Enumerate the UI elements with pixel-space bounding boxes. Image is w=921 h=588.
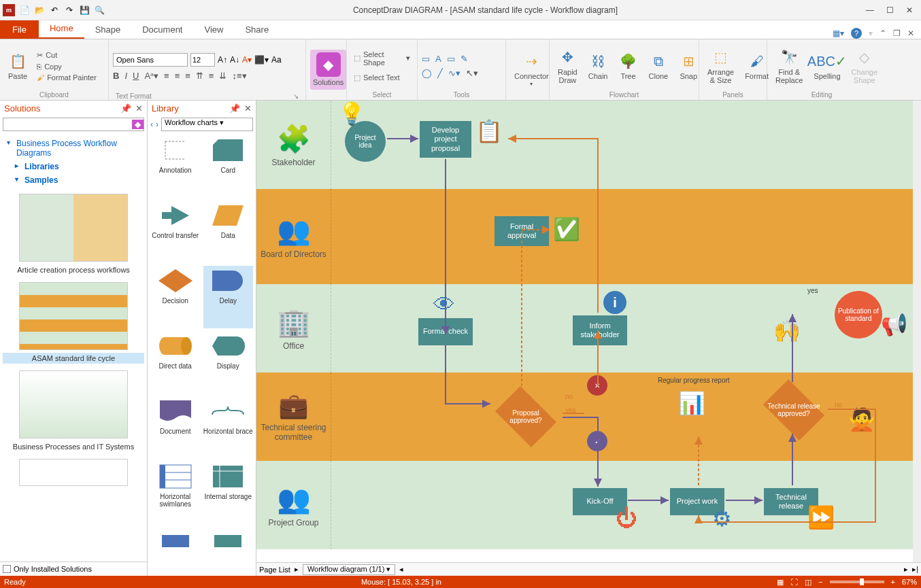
tab-home[interactable]: Home (39, 19, 84, 39)
font-color-icon[interactable]: A▾ (242, 55, 252, 65)
zoom-in-icon[interactable]: + (891, 578, 895, 586)
cut-button[interactable]: ✂Cut (34, 50, 99, 60)
close-doc-icon[interactable]: ✕ (907, 29, 914, 38)
sample-more[interactable] (3, 459, 144, 486)
tree-business-process[interactable]: Business Process Workflow Diagrams (7, 137, 140, 160)
find-replace-button[interactable]: 🔭Find & Replace (771, 46, 807, 86)
lib-more2[interactable] (203, 534, 254, 573)
valign-bot-icon[interactable]: ⇊ (219, 71, 227, 81)
font-size-select[interactable] (190, 53, 215, 67)
sample-article-creation[interactable]: Article creation process workflows (3, 194, 144, 275)
callout-tool-icon[interactable]: ▭ (447, 54, 455, 64)
copy-button[interactable]: ⎘Copy (34, 62, 99, 71)
lib-control[interactable]: Control transfer (150, 201, 201, 263)
node-publication[interactable]: Publication of standard (835, 291, 882, 339)
tree-button[interactable]: 🌳Tree (615, 50, 642, 82)
node-proposal-approved[interactable]: Proposal approved? (492, 393, 560, 440)
library-select[interactable]: Workflow charts ▾ (161, 118, 253, 131)
node-trel-approved[interactable]: Technical release approved? (760, 386, 828, 434)
node-formal-check[interactable]: Formal check (418, 318, 473, 345)
zoom-slider[interactable] (830, 581, 884, 583)
highlight-icon[interactable]: ⬛▾ (254, 55, 269, 65)
help-icon[interactable]: ? (851, 28, 862, 39)
only-installed-checkbox[interactable] (3, 565, 11, 573)
connector-button[interactable]: ⇢Connector▾ (510, 50, 553, 89)
spacing-icon[interactable]: ↕≡▾ (232, 71, 246, 81)
align-center-icon[interactable]: ≡ (175, 71, 180, 81)
change-shape-button[interactable]: ◇Change Shape (848, 46, 882, 86)
maximize-button[interactable]: ☐ (886, 5, 894, 15)
panels-icon[interactable]: ▦▾ (833, 29, 844, 38)
node-formal-approval[interactable]: Formal approval (495, 216, 549, 246)
tab-view[interactable]: View (193, 20, 234, 39)
curve-tool-icon[interactable]: ∿▾ (448, 68, 460, 78)
lib-hbrace[interactable]: Horizontal brace (203, 396, 254, 459)
fit-icon[interactable]: ⛶ (790, 578, 798, 586)
lib-prev-icon[interactable]: ‹ (150, 120, 153, 129)
tree-samples[interactable]: Samples (15, 173, 140, 187)
font-select[interactable] (113, 53, 188, 67)
tree-libraries[interactable]: Libraries (15, 160, 140, 173)
rapid-draw-button[interactable]: ✥Rapid Draw (554, 46, 582, 86)
diagram-canvas[interactable]: 🧩Stakeholder Project idea 💡 Develop proj… (256, 101, 921, 562)
snap-button[interactable]: ⊞Snap (675, 50, 702, 82)
lib-hswim[interactable]: Horizontal swimlanes (150, 462, 201, 532)
zoom-level[interactable]: 67% (902, 578, 917, 586)
rect-tool-icon[interactable]: ▭ (422, 54, 430, 64)
preview-icon[interactable]: 🔍 (94, 5, 105, 16)
collapse-ribbon-icon[interactable]: ⌃ (880, 29, 886, 38)
text-tool-icon[interactable]: A (435, 54, 441, 64)
lib-display[interactable]: Display (203, 331, 254, 394)
close-panel-icon[interactable]: ✕ (244, 103, 252, 114)
tab-shape[interactable]: Shape (84, 20, 132, 39)
select-text-button[interactable]: ⬚Select Text (351, 73, 413, 83)
tab-share[interactable]: Share (234, 20, 280, 39)
dialog-launcher-icon[interactable]: ↘ (293, 92, 299, 100)
lib-direct[interactable]: Direct data (150, 331, 201, 394)
bold-button[interactable]: B (113, 71, 119, 81)
underline-button[interactable]: U (133, 71, 139, 81)
grow-font-icon[interactable]: A↑ (218, 55, 227, 65)
presentation-icon[interactable]: ▦ (777, 578, 784, 587)
vertical-scrollbar[interactable] (913, 101, 921, 562)
lib-data[interactable]: Data (203, 201, 254, 263)
select-shape-button[interactable]: ⬚Select Shape ▾ (351, 50, 413, 67)
pen-tool-icon[interactable]: ✎ (460, 54, 468, 64)
lib-delay[interactable]: Delay (203, 266, 254, 328)
lib-next-icon[interactable]: › (156, 120, 158, 129)
font-more-icon[interactable]: Aᵃ▾ (144, 71, 158, 81)
close-panel-icon[interactable]: ✕ (135, 103, 143, 114)
tab-document[interactable]: Document (131, 20, 193, 39)
shrink-font-icon[interactable]: A↓ (230, 55, 239, 65)
clone-button[interactable]: ⧉Clone (645, 50, 673, 82)
clear-format-icon[interactable]: Aa (271, 55, 282, 65)
align-right-icon[interactable]: ≡ (185, 71, 190, 81)
undo-icon[interactable]: ↶ (49, 5, 60, 16)
lib-istore[interactable]: Internal storage (203, 462, 254, 532)
redo-icon[interactable]: ↷ (64, 5, 75, 16)
arrange-size-button[interactable]: ⬚Arrange & Size (703, 46, 738, 86)
valign-mid-icon[interactable]: ≡ (209, 71, 214, 81)
spelling-button[interactable]: ABC✓Spelling (809, 50, 844, 82)
grid-icon[interactable]: ◫ (805, 578, 811, 587)
scroll-left-icon[interactable]: ◂ (399, 565, 403, 574)
sample-asam[interactable]: ASAM standard life cycle (3, 282, 144, 364)
scroll-right-icon[interactable]: ▸ (904, 565, 908, 574)
tab-file[interactable]: File (0, 20, 39, 39)
paste-button[interactable]: 📋Paste (4, 50, 31, 82)
lib-card[interactable]: Card (203, 135, 254, 198)
close-button[interactable]: ✕ (906, 5, 913, 15)
lib-decision[interactable]: Decision (150, 266, 201, 328)
solutions-search[interactable]: ◆ (3, 118, 144, 131)
minimize-button[interactable]: — (866, 5, 874, 15)
page-select[interactable]: Workflow diagram (1/1) ▾ (303, 564, 396, 575)
valign-top-icon[interactable]: ⇈ (196, 71, 203, 81)
lib-document[interactable]: Document (150, 396, 201, 459)
sample-bp-it[interactable]: Business Processes and IT Systems (3, 370, 144, 452)
open-icon[interactable]: 📂 (34, 5, 45, 16)
pointer-tool-icon[interactable]: ↖▾ (466, 68, 478, 78)
restore-window-icon[interactable]: ❐ (893, 29, 901, 38)
node-develop[interactable]: Develop project proposal (420, 121, 471, 158)
lib-more1[interactable] (150, 534, 201, 573)
line-tool-icon[interactable]: ╱ (437, 68, 443, 78)
